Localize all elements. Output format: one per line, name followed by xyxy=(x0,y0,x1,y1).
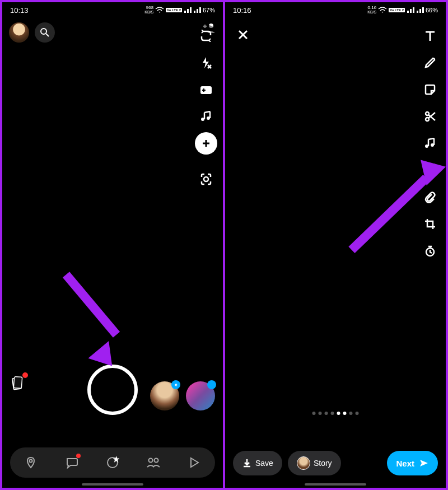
home-indicator xyxy=(82,483,143,486)
signal-icon xyxy=(407,7,414,13)
text-tool-button[interactable] xyxy=(420,26,440,46)
annotation-arrow-head xyxy=(411,151,446,185)
crop-icon xyxy=(424,218,436,230)
music-button[interactable] xyxy=(195,105,217,128)
scan-icon xyxy=(200,173,212,185)
add-clip-button[interactable] xyxy=(195,78,217,101)
editor-screen: 10:16 0.16 KB/S Vo LTE 2 66% xyxy=(225,2,446,488)
signal-icon xyxy=(184,7,192,13)
dot-active xyxy=(337,412,340,415)
add-clip-icon xyxy=(199,84,213,95)
status-bar: 10:13 968 KB/S Vo LTE 2 67% xyxy=(2,2,223,18)
sticker-tool-button[interactable] xyxy=(420,80,440,100)
sticker-icon xyxy=(424,83,436,96)
plus-icon xyxy=(201,138,211,148)
notification-dot xyxy=(76,454,81,458)
music-icon xyxy=(200,111,212,122)
bottom-nav: ★ xyxy=(10,447,215,478)
battery-text: 67% xyxy=(203,7,215,13)
dot xyxy=(325,412,328,415)
nav-chat[interactable] xyxy=(60,451,83,474)
nav-play[interactable] xyxy=(183,451,206,474)
flash-off-icon xyxy=(200,57,212,69)
draw-tool-button[interactable] xyxy=(420,53,440,73)
svg-point-8 xyxy=(29,460,32,463)
flip-camera-icon xyxy=(200,30,212,42)
search-button[interactable] xyxy=(35,22,55,43)
wifi-icon xyxy=(155,7,164,13)
lens-carousel: ✦ xyxy=(150,381,215,410)
battery-text: 66% xyxy=(426,7,438,13)
pencil-icon xyxy=(424,57,436,69)
home-indicator xyxy=(305,483,366,486)
friends-icon xyxy=(146,457,161,468)
save-label: Save xyxy=(255,459,273,468)
editor-tools-column: ★ xyxy=(420,26,440,261)
lte-badge: Vo LTE 2 xyxy=(166,8,182,12)
annotation-arrow xyxy=(348,175,429,253)
text-icon xyxy=(424,30,436,42)
play-icon xyxy=(189,457,199,468)
lens-option-1[interactable]: ✦ xyxy=(150,381,179,410)
svg-text:★: ★ xyxy=(114,457,118,462)
nav-map[interactable] xyxy=(20,451,42,474)
svg-point-11 xyxy=(149,459,153,463)
signal-icon-2 xyxy=(193,7,201,13)
next-label: Next xyxy=(396,459,414,468)
annotation-arrow xyxy=(63,272,120,338)
page-indicator xyxy=(312,412,359,415)
lens-badge-icon: ✦ xyxy=(171,380,180,389)
nav-friends[interactable] xyxy=(142,451,165,474)
camera-tools-column xyxy=(195,25,217,190)
scan-button[interactable] xyxy=(195,168,217,190)
memories-badge xyxy=(22,372,28,378)
close-button[interactable] xyxy=(233,25,253,45)
camera-screen: 10:13 968 KB/S Vo LTE 2 67% xyxy=(2,2,223,488)
story-label: Story xyxy=(314,459,332,468)
svg-point-4 xyxy=(207,116,210,120)
music-icon xyxy=(424,138,436,149)
cards-icon xyxy=(10,376,24,391)
data-rate: 968 KB/S xyxy=(144,6,153,15)
spotlight-icon: ★ xyxy=(106,456,119,469)
dot xyxy=(349,412,353,415)
scissors-tool-button[interactable] xyxy=(420,106,440,127)
download-icon xyxy=(242,458,252,468)
lte-badge: Vo LTE 2 xyxy=(389,8,405,12)
add-tool-button[interactable] xyxy=(195,132,217,155)
timer-tool-button[interactable] xyxy=(420,241,440,261)
attach-link-button[interactable] xyxy=(420,187,440,207)
svg-point-15 xyxy=(425,144,428,148)
svg-point-12 xyxy=(155,459,158,463)
paperclip-icon xyxy=(424,191,436,203)
profile-avatar[interactable] xyxy=(9,22,29,43)
editor-bottom-actions: Save Story Next xyxy=(233,451,438,475)
story-avatar-icon xyxy=(297,456,310,470)
next-button[interactable]: Next xyxy=(387,451,438,475)
save-button[interactable]: Save xyxy=(233,451,282,475)
lens-option-2[interactable] xyxy=(186,381,215,410)
data-rate: 0.16 KB/S xyxy=(367,6,376,15)
close-icon xyxy=(237,29,249,40)
chat-icon xyxy=(66,456,78,469)
camera-top-row xyxy=(2,18,223,43)
svg-point-5 xyxy=(204,177,208,181)
map-icon xyxy=(25,456,37,469)
story-button[interactable]: Story xyxy=(288,451,341,475)
search-icon xyxy=(40,27,50,38)
editor-top-row xyxy=(225,18,446,52)
shutter-button[interactable] xyxy=(87,365,138,415)
crop-tool-button[interactable] xyxy=(420,214,440,234)
memories-button[interactable] xyxy=(8,375,26,393)
flip-camera-button[interactable] xyxy=(195,25,217,47)
timer-icon xyxy=(424,245,436,257)
svg-point-3 xyxy=(201,118,204,121)
flash-button[interactable] xyxy=(195,52,217,74)
send-icon xyxy=(419,459,429,468)
svg-rect-7 xyxy=(13,377,22,389)
lens-badge-icon xyxy=(207,380,216,389)
dot xyxy=(312,412,316,415)
wifi-icon xyxy=(378,7,387,13)
nav-spotlight[interactable]: ★ xyxy=(101,451,124,474)
scissors-icon xyxy=(424,110,436,123)
